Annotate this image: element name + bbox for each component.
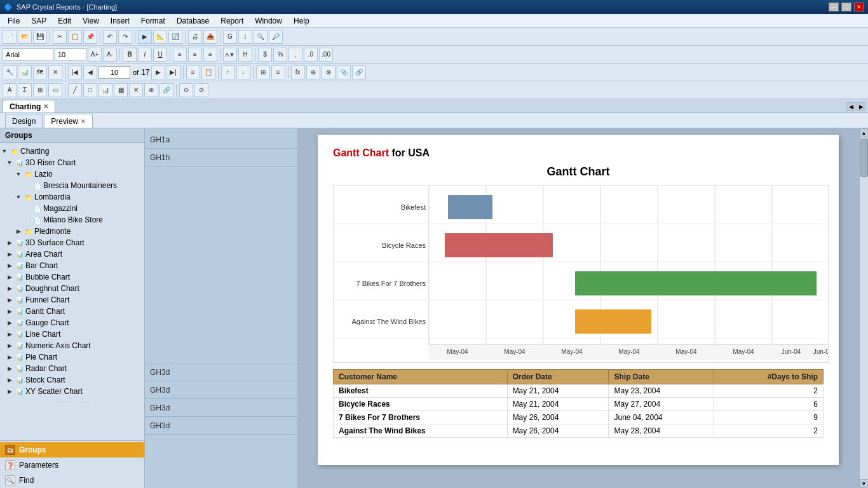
select-btn[interactable]: ⊙: [179, 83, 193, 97]
scroll-up-button[interactable]: ▲: [860, 128, 869, 137]
map-button[interactable]: 🗺: [33, 65, 47, 79]
tree-funnel-chart[interactable]: ▶ 📊 Funnel Chart: [0, 294, 144, 306]
tab-charting-close[interactable]: ✕: [43, 103, 48, 110]
sort-button[interactable]: ↕: [238, 30, 252, 44]
menu-report[interactable]: Report: [215, 15, 248, 27]
chart2-btn[interactable]: 📊: [98, 83, 112, 97]
field-explorer-button[interactable]: 📋: [201, 65, 215, 79]
font-smaller-button[interactable]: A-: [103, 48, 117, 62]
tools-button[interactable]: 🔧: [3, 65, 17, 79]
table-button[interactable]: ⊞: [33, 83, 47, 97]
filter-button[interactable]: 🔍: [254, 30, 268, 44]
right-scrollbar[interactable]: ▲ ▼: [859, 128, 868, 488]
menu-help[interactable]: Help: [288, 15, 315, 27]
report-btn[interactable]: ⊘: [194, 83, 208, 97]
find-button[interactable]: 🔍 Find: [0, 473, 144, 488]
insert-field-button[interactable]: Σ: [18, 83, 32, 97]
redo-button[interactable]: ↷: [118, 30, 132, 44]
close-button[interactable]: ✕: [854, 3, 864, 11]
undo-button[interactable]: ↶: [103, 30, 117, 44]
open-button[interactable]: 📂: [18, 30, 32, 44]
tree-3dsurface[interactable]: ▶ 📊 3D Surface Chart: [0, 237, 144, 248]
chart-button[interactable]: 📊: [18, 65, 32, 79]
filter2-button[interactable]: ⊞: [256, 65, 270, 79]
scroll-down-button[interactable]: ▼: [860, 479, 869, 488]
tree-area-chart[interactable]: ▶ 📊 Area Chart: [0, 248, 144, 260]
search2-button[interactable]: ≡: [271, 65, 285, 79]
nav-next-button[interactable]: ▶: [151, 65, 165, 79]
tree-lazio[interactable]: ▼ 📁 Lazio: [0, 168, 144, 180]
tree-milano[interactable]: 📄 Milano Bike Store: [0, 214, 144, 226]
tab-next-button[interactable]: ▶: [857, 102, 865, 111]
print-button[interactable]: 🖨: [188, 30, 202, 44]
percent-button[interactable]: %: [273, 48, 287, 62]
underline-button[interactable]: U: [153, 48, 167, 62]
nav-first-button[interactable]: |◀: [68, 65, 82, 79]
align-center-button[interactable]: ≡: [188, 48, 202, 62]
group-button[interactable]: G: [223, 30, 237, 44]
font-color-button[interactable]: A▼: [223, 48, 237, 62]
font-size-input[interactable]: [55, 48, 86, 61]
tree-bubble-chart[interactable]: ▶ 📊 Bubble Chart: [0, 271, 144, 283]
comma-button[interactable]: ,: [288, 48, 302, 62]
maximize-button[interactable]: □: [841, 3, 851, 11]
menu-sap[interactable]: SAP: [26, 15, 51, 27]
menu-view[interactable]: View: [78, 15, 104, 27]
cut-button[interactable]: ✂: [53, 30, 67, 44]
misc-btn1[interactable]: ⊕: [306, 65, 320, 79]
search-button[interactable]: 🔎: [269, 30, 283, 44]
currency-button[interactable]: $: [258, 48, 272, 62]
sort-desc-button[interactable]: ↓: [236, 65, 250, 79]
font-family-input[interactable]: [3, 48, 53, 61]
tree-pie-chart[interactable]: ▶ 📊 Pie Chart: [0, 351, 144, 363]
tree-3d-riser[interactable]: ▼ 📊 3D Riser Chart: [0, 157, 144, 168]
minimize-button[interactable]: ─: [829, 3, 839, 11]
cross-button[interactable]: ✕: [48, 65, 62, 79]
menu-database[interactable]: Database: [172, 15, 214, 27]
copy-button[interactable]: 📋: [68, 30, 82, 44]
tree-bar-chart[interactable]: ▶ 📊 Bar Chart: [0, 260, 144, 271]
bold-button[interactable]: B: [123, 48, 137, 62]
nav-last-button[interactable]: ▶|: [166, 65, 180, 79]
cross2-btn[interactable]: ✕: [129, 83, 143, 97]
menu-window[interactable]: Window: [250, 15, 287, 27]
tree-charting[interactable]: ▼ 📁 Charting: [0, 146, 144, 157]
page-number-input[interactable]: [98, 66, 130, 79]
decimal-less-button[interactable]: .00: [319, 48, 333, 62]
groups-button[interactable]: 🗂 Groups: [0, 442, 144, 458]
tree-gauge-chart[interactable]: ▶ 📊 Gauge Chart: [0, 317, 144, 329]
tree-numeric-chart[interactable]: ▶ 📊 Numeric Axis Chart: [0, 340, 144, 351]
sort-asc-button[interactable]: ↑: [221, 65, 235, 79]
refresh-button[interactable]: 🔄: [168, 30, 182, 44]
font-larger-button[interactable]: A+: [88, 48, 102, 62]
tree-xy-chart[interactable]: ▶ 📊 XY Scatter Chart: [0, 386, 144, 397]
align-left-button[interactable]: ≡: [173, 48, 187, 62]
tab-preview[interactable]: Preview ✕: [44, 114, 93, 128]
nav-prev-button[interactable]: ◀: [83, 65, 97, 79]
highlight2-btn[interactable]: ⊕: [144, 83, 158, 97]
tree-doughnut-chart[interactable]: ▶ 📊 Doughnut Chart: [0, 283, 144, 294]
bar-chart-btn[interactable]: ▦: [114, 83, 128, 97]
tab-prev-button[interactable]: ◀: [846, 102, 855, 111]
paste-button[interactable]: 📌: [83, 30, 97, 44]
tab-preview-close[interactable]: ✕: [81, 118, 86, 125]
menu-format[interactable]: Format: [136, 15, 170, 27]
tree-gantt-chart[interactable]: ▶ 📊 Gantt Chart: [0, 306, 144, 317]
misc-btn4[interactable]: 🔗: [352, 65, 366, 79]
menu-edit[interactable]: Edit: [53, 15, 76, 27]
align-right-button[interactable]: ≡: [203, 48, 217, 62]
misc-btn2[interactable]: ⊗: [322, 65, 336, 79]
insert-text-button[interactable]: A: [3, 83, 17, 97]
scroll-track[interactable]: [860, 137, 868, 479]
hyperlink-btn[interactable]: 🔗: [159, 83, 173, 97]
tree-piedmonte[interactable]: ▶ 📁 Piedmonte: [0, 226, 144, 237]
menu-file[interactable]: File: [3, 15, 25, 27]
group-tree-button[interactable]: ≡: [186, 65, 200, 79]
tab-charting[interactable]: Charting ✕: [3, 100, 55, 112]
tree-radar-chart[interactable]: ▶ 📊 Radar Chart: [0, 363, 144, 374]
misc-btn3[interactable]: 📎: [337, 65, 351, 79]
italic-button[interactable]: I: [138, 48, 152, 62]
tree-lombardia[interactable]: ▼ 📁 Lombardia: [0, 191, 144, 203]
tree-magazzini[interactable]: 📄 Magazzini: [0, 203, 144, 214]
formula-button[interactable]: fx: [291, 65, 305, 79]
